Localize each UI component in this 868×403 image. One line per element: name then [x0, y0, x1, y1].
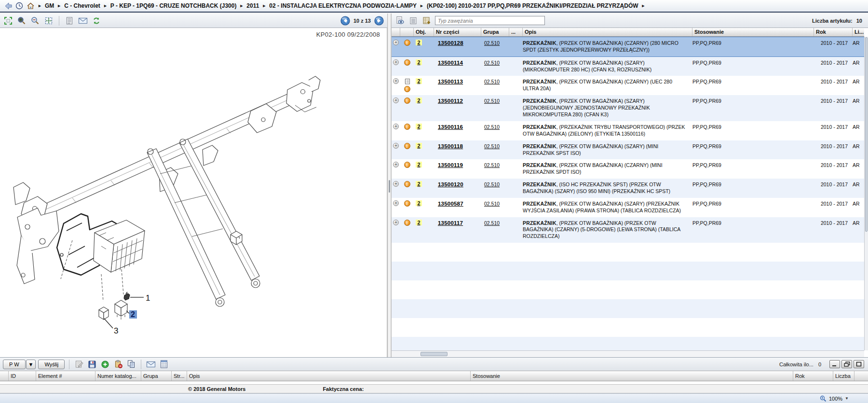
breadcrumb-item-figure[interactable]: (KP02-100) 2010-2017 PP,PQ,PR69 PRZEKAŹN…: [427, 2, 638, 9]
warning-icon[interactable]: !: [404, 59, 410, 66]
obj-link[interactable]: 2: [416, 200, 422, 206]
previous-figure-button[interactable]: [340, 15, 351, 26]
obj-link[interactable]: 2: [416, 97, 422, 103]
obj-link[interactable]: 2: [416, 143, 422, 149]
expand-icon[interactable]: +: [393, 220, 399, 225]
maximize-button[interactable]: [854, 360, 864, 368]
zoom-out-icon[interactable]: [30, 15, 41, 26]
next-figure-button[interactable]: [374, 15, 384, 26]
remove-from-clipboard-icon[interactable]: [113, 359, 123, 370]
edit-list-icon[interactable]: [74, 359, 84, 370]
splitter-grip-icon[interactable]: [389, 180, 390, 193]
refresh-icon[interactable]: [91, 15, 102, 26]
home-icon[interactable]: [26, 1, 35, 10]
diagram-view[interactable]: KP02-100 09/22/2008: [0, 28, 387, 357]
part-number-link[interactable]: 13500114: [438, 60, 463, 66]
expand-icon[interactable]: +: [393, 200, 399, 206]
warning-icon[interactable]: !: [404, 143, 410, 149]
callout-3[interactable]: 3: [114, 326, 118, 335]
send-button[interactable]: Wyślij: [38, 360, 65, 369]
group-link[interactable]: 02.510: [484, 220, 500, 226]
obj-link[interactable]: 2: [416, 78, 422, 84]
expand-icon[interactable]: +: [393, 40, 399, 45]
table-row[interactable]: + ! 2 13500128 02.510 PRZEKAŹNIK, (PRZEK…: [392, 37, 864, 57]
group-link[interactable]: 02.510: [484, 60, 500, 66]
pw-button[interactable]: P W: [3, 360, 26, 369]
zoom-in-icon[interactable]: [16, 15, 27, 26]
breadcrumb-item-make[interactable]: C - Chevrolet: [64, 2, 100, 9]
table-row[interactable]: + ! 2 13500119 02.510 PRZEKAŹNIK, (PRZEK…: [392, 159, 864, 179]
vertical-scrollbar-thumb[interactable]: [865, 37, 868, 232]
table-row[interactable]: + ! 2 13500120 02.510 PRZEKAŹNIK, (ISO H…: [392, 179, 864, 198]
expand-icon[interactable]: +: [393, 78, 399, 84]
horizontal-scrollbar-thumb[interactable]: [420, 352, 448, 356]
expand-icon[interactable]: +: [393, 97, 399, 103]
group-link[interactable]: 02.510: [484, 201, 500, 207]
warning-icon[interactable]: !: [404, 124, 410, 130]
breadcrumb-item-year[interactable]: 2011: [246, 2, 259, 9]
group-link[interactable]: 02.510: [484, 181, 500, 187]
obj-link[interactable]: 2: [416, 220, 422, 225]
copy-icon[interactable]: [126, 359, 136, 370]
zoom-level[interactable]: 100%: [829, 396, 842, 402]
back-arrow-icon[interactable]: [4, 1, 13, 10]
expand-icon[interactable]: +: [393, 162, 399, 167]
breadcrumb-item-gm[interactable]: GM: [45, 2, 54, 9]
table-row[interactable]: + ! 2 13500116 02.510 PRZEKAŹNIK, (PRZEK…: [392, 121, 864, 140]
warning-icon[interactable]: !: [404, 86, 410, 92]
obj-link[interactable]: 2: [416, 59, 422, 65]
warning-icon[interactable]: !: [404, 200, 410, 207]
callout-2[interactable]: 2: [131, 310, 135, 319]
email-list-icon[interactable]: [146, 359, 156, 370]
part-number-link[interactable]: 13500120: [438, 181, 463, 187]
obj-link[interactable]: 2: [416, 181, 422, 187]
expand-icon[interactable]: +: [393, 124, 399, 129]
table-row[interactable]: + ! 2 13500117 02.510 PRZEKAŹNIK, (PRZEK…: [392, 217, 864, 243]
pw-dropdown-button[interactable]: ▼: [26, 360, 36, 369]
save-icon[interactable]: [87, 359, 97, 370]
group-link[interactable]: 02.510: [484, 162, 500, 168]
warning-icon[interactable]: !: [404, 162, 410, 168]
expand-all-icon[interactable]: [421, 15, 432, 26]
group-link[interactable]: 02.510: [484, 79, 500, 84]
print-preview-icon[interactable]: [394, 15, 405, 26]
part-number-link[interactable]: 13500128: [438, 40, 463, 46]
zoom-dropdown-icon[interactable]: ▼: [845, 396, 849, 401]
obj-link[interactable]: 2: [416, 124, 422, 129]
part-number-link[interactable]: 13500119: [438, 162, 463, 168]
expand-icon[interactable]: +: [393, 143, 399, 149]
obj-link[interactable]: 2: [416, 162, 422, 167]
warning-icon[interactable]: !: [404, 40, 410, 46]
filter-input[interactable]: [435, 16, 545, 25]
callout-1[interactable]: 1: [146, 293, 150, 303]
breadcrumb-item-group[interactable]: 02 - INSTALACJA ELEKTRYCZNA PODWOZIA-LAM…: [269, 2, 417, 9]
part-number-link[interactable]: 13500116: [438, 124, 463, 130]
table-row[interactable]: + ! 2 13500113 02.510 PRZEKAŹNIK, (PRZEK…: [392, 76, 864, 95]
part-number-link[interactable]: 13500118: [438, 143, 463, 149]
relay-part-3[interactable]: [99, 307, 108, 320]
note-icon[interactable]: [404, 78, 410, 84]
warning-icon[interactable]: !: [404, 97, 410, 104]
vertical-scrollbar[interactable]: [864, 37, 868, 350]
table-row[interactable]: + ! 2 13500587 02.510 PRZEKAŹNIK, (PRZEK…: [392, 198, 864, 217]
obj-link[interactable]: 2: [416, 40, 422, 45]
panel-splitter[interactable]: [387, 14, 392, 357]
expand-icon[interactable]: +: [393, 59, 399, 65]
part-number-link[interactable]: 13500117: [438, 220, 463, 226]
table-row[interactable]: + ! 2 13500114 02.510 PRZEKAŹNIK, (PRZEK…: [392, 57, 864, 76]
table-row[interactable]: + ! 2 13500118 02.510 PRZEKAŹNIK, (PRZEK…: [392, 140, 864, 160]
horizontal-scrollbar[interactable]: [392, 350, 864, 357]
relay-part-2[interactable]: [115, 300, 127, 320]
restore-button[interactable]: [841, 360, 852, 368]
warning-icon[interactable]: !: [404, 220, 410, 226]
report-icon[interactable]: [159, 359, 169, 370]
group-link[interactable]: 02.510: [484, 98, 500, 104]
list-view-icon[interactable]: [408, 15, 419, 26]
part-number-link[interactable]: 13500587: [438, 201, 463, 207]
group-link[interactable]: 02.510: [484, 124, 500, 130]
pan-view-icon[interactable]: [43, 15, 54, 26]
breadcrumb-item-model[interactable]: P - KEP - 1PQ69 - CRUZE NOTCHBACK (J300): [110, 2, 237, 9]
fit-to-window-icon[interactable]: [3, 15, 14, 26]
hotspot-list-icon[interactable]: [64, 15, 75, 26]
bolt-part-1[interactable]: [124, 292, 130, 300]
